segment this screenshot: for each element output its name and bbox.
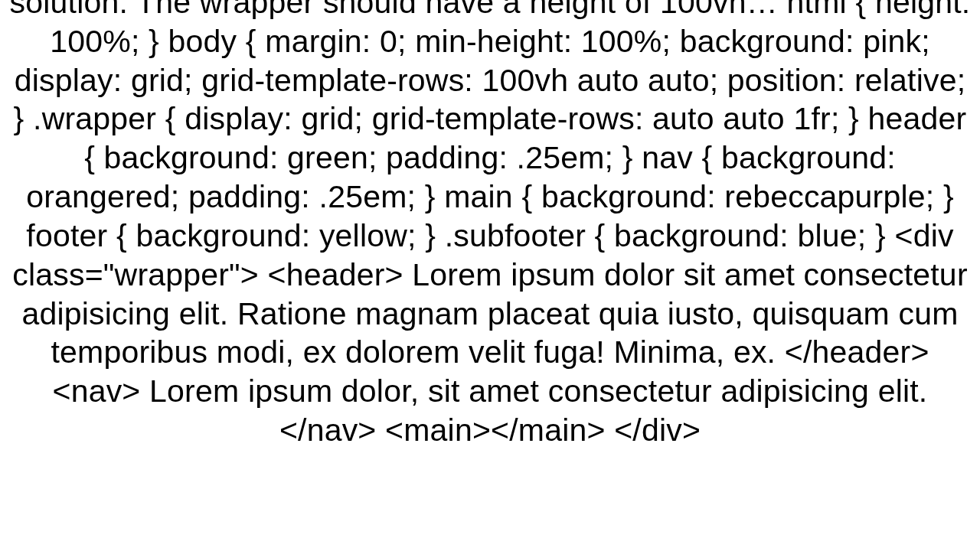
document-body-text: solution. The wrapper should have a heig… [8, 0, 972, 450]
document-viewport: solution. The wrapper should have a heig… [0, 0, 980, 551]
